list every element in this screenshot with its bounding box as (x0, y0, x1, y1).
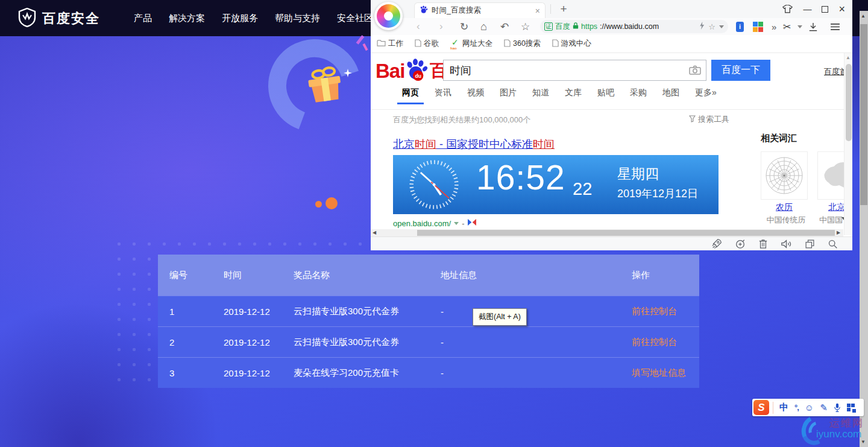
apps-grid-icon[interactable] (753, 18, 763, 35)
refresh-icon[interactable]: ↻ (460, 18, 468, 35)
scroll-down-icon[interactable]: ▼ (861, 439, 866, 445)
search-input[interactable] (443, 60, 706, 81)
site-brand[interactable]: 百度安全 (18, 8, 100, 30)
minimize-button[interactable]: — (803, 4, 811, 14)
restore-window-icon[interactable] (805, 239, 815, 249)
date: 2019年12月12日 (617, 186, 698, 201)
tab-more[interactable]: 更多» (695, 87, 717, 98)
action-link-console[interactable]: 前往控制台 (632, 306, 699, 317)
result-url-row: open.baidu.com/ - (393, 218, 477, 228)
restore-tab-icon[interactable]: ↶ (500, 18, 509, 35)
cell-address: - (441, 306, 632, 317)
cell-address: - (441, 368, 632, 378)
download-icon[interactable] (808, 18, 818, 35)
page-icon (504, 39, 511, 49)
screenshot-scissors-icon[interactable]: ✂ (783, 18, 791, 35)
home-icon[interactable]: ⌂ (480, 18, 487, 35)
vertical-scrollbar[interactable]: ▲ (844, 53, 852, 235)
lightning-icon[interactable] (699, 21, 705, 32)
toolbar-overflow-icon[interactable]: » (772, 18, 776, 35)
ime-punctuation-icon[interactable]: °, (794, 403, 799, 412)
scroll-up-icon[interactable]: ▲ (861, 13, 866, 19)
page-scroll-thumb[interactable] (860, 24, 867, 205)
baidu-search-button[interactable]: 百度一下 (711, 60, 770, 81)
action-link-fill-address[interactable]: 填写地址信息 (632, 367, 699, 379)
new-tab-button[interactable]: + (556, 1, 571, 17)
tab-maps[interactable]: 地图 (662, 87, 679, 98)
nav-item-help-support[interactable]: 帮助与支持 (275, 13, 320, 24)
tab-web[interactable]: 网页 (402, 87, 419, 98)
ime-mode-chinese[interactable]: 中 (779, 402, 788, 413)
magnifier-icon[interactable] (828, 239, 838, 249)
browser-tab[interactable]: 时间_百度搜索 × (414, 2, 546, 18)
bookmark-star-icon[interactable]: ☆ (708, 22, 715, 31)
nav-item-security-community[interactable]: 安全社区 (337, 13, 373, 24)
bookmark-game-center[interactable]: 游戏中心 (552, 39, 591, 49)
tab-news[interactable]: 资讯 (435, 87, 451, 98)
trash-cleaner-icon[interactable] (758, 238, 768, 249)
nav-item-open-services[interactable]: 开放服务 (222, 13, 258, 24)
horizontal-scroll-thumb[interactable] (417, 230, 835, 236)
favorites-star-icon[interactable]: ☆ (521, 18, 530, 35)
ime-toolbox-grid-icon[interactable] (847, 404, 855, 412)
result-title-link[interactable]: 北京时间 - 国家授时中心标准时间 (393, 137, 555, 151)
handwriting-pencil-icon[interactable]: ✎ (820, 402, 828, 413)
scissors-dropdown-icon[interactable] (797, 18, 802, 35)
bookmark-hao123[interactable]: ✓hao 网址大全 (450, 39, 492, 49)
tab-divider (550, 4, 551, 14)
emoji-smiley-icon[interactable]: ☺ (805, 402, 814, 413)
nav-item-solutions[interactable]: 解决方案 (169, 13, 205, 24)
vertical-scroll-thumb[interactable] (846, 64, 852, 141)
scroll-up-icon[interactable]: ▲ (846, 55, 851, 60)
tab-images[interactable]: 图片 (500, 87, 517, 98)
prize-table-header: 编号 时间 奖品名称 地址信息 操作 (158, 255, 699, 296)
back-icon[interactable]: ‹ (417, 18, 420, 35)
related-card-lunar[interactable] (761, 151, 808, 200)
nav-item-products[interactable]: 产品 (134, 13, 152, 24)
cell-address: - (441, 337, 632, 347)
bookmark-label: 工作 (388, 39, 403, 49)
horizontal-scrollbar[interactable]: ◀ ▶ (371, 229, 843, 236)
bookmark-360-search[interactable]: 360搜索 (504, 39, 541, 49)
tab-tieba[interactable]: 贴吧 (597, 87, 614, 98)
browser-logo-icon[interactable] (374, 2, 403, 30)
tab-wenku[interactable]: 文库 (565, 87, 582, 98)
result-url[interactable]: open.baidu.com/ (393, 219, 451, 228)
tab-close-icon[interactable]: × (535, 6, 540, 16)
tab-caigou[interactable]: 采购 (630, 87, 647, 98)
cell-prize: 云扫描专业版300元代金券 (294, 337, 441, 348)
bookmark-label: 网址大全 (462, 39, 492, 49)
sogou-logo-icon[interactable]: S (753, 400, 769, 415)
forward-icon[interactable]: › (439, 18, 443, 35)
address-bar[interactable]: 证 百度 https ://www.baidu.com ☆ (540, 20, 728, 33)
microphone-icon[interactable] (834, 403, 841, 413)
search-tools-button[interactable]: 搜索工具 (689, 114, 729, 125)
bowtie-rating-icon[interactable] (467, 218, 477, 228)
cell-id: 1 (169, 306, 224, 317)
maximize-button[interactable] (822, 6, 828, 13)
related-link-lunar[interactable]: 农历 (761, 202, 808, 213)
search-tools-label: 搜索工具 (698, 114, 729, 125)
title-part: 北京 (393, 138, 415, 150)
scroll-left-icon[interactable]: ◀ (373, 230, 376, 235)
skin-shirt-icon[interactable] (782, 5, 793, 13)
extension-notes-icon[interactable]: i (736, 18, 744, 35)
close-window-button[interactable]: × (838, 3, 845, 16)
menu-hamburger-icon[interactable] (830, 18, 840, 35)
address-dropdown-icon[interactable] (719, 25, 724, 28)
lunar-wheel-image (763, 154, 805, 197)
rocket-boost-icon[interactable] (711, 238, 722, 249)
bookmark-folder-work[interactable]: 工作 (377, 39, 403, 49)
cell-prize: 云扫描专业版300元代金券 (294, 306, 441, 317)
url-dropdown-icon[interactable] (454, 222, 459, 225)
bookmark-google[interactable]: 谷歌 (415, 39, 439, 49)
page-scrollbar[interactable]: ▲ ▼ (860, 11, 868, 447)
tab-zhidao[interactable]: 知道 (532, 87, 549, 98)
volume-mute-icon[interactable] (781, 239, 792, 249)
camera-icon[interactable] (689, 65, 701, 77)
action-link-console[interactable]: 前往控制台 (632, 337, 699, 348)
title-part-highlight: 时间 (533, 138, 555, 150)
tab-video[interactable]: 视频 (467, 87, 484, 98)
scroll-right-icon[interactable]: ▶ (837, 230, 840, 235)
speed-mode-icon[interactable] (735, 238, 746, 249)
